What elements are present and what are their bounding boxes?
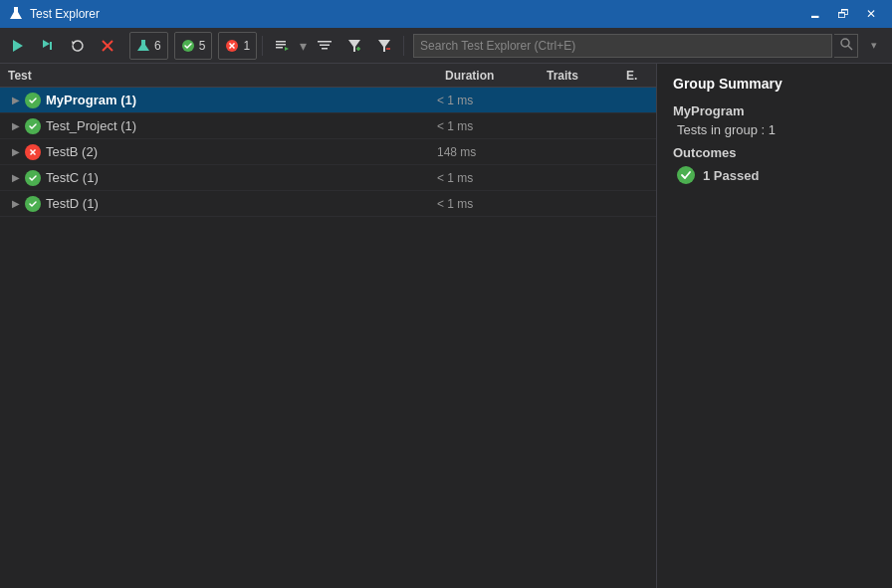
svg-line-23: [848, 46, 852, 50]
remove-filter-button[interactable]: [370, 32, 398, 60]
svg-rect-14: [318, 41, 332, 43]
table-row[interactable]: ▶ TestB (2) 148 ms: [0, 139, 656, 165]
col-header-traits: Traits: [547, 69, 626, 83]
total-count-badge: 6: [154, 39, 161, 53]
summary-outcomes-label: Outcomes: [673, 145, 876, 160]
window-title: Test Explorer: [30, 7, 100, 21]
expand-icon[interactable]: ▶: [8, 144, 24, 160]
separator-1: [262, 36, 263, 56]
sort-group-button[interactable]: [311, 32, 338, 60]
svg-rect-12: [276, 47, 283, 49]
expand-icon[interactable]: ▶: [8, 93, 24, 108]
fail-count-button[interactable]: 1: [218, 32, 257, 60]
fail-count-badge: 1: [243, 39, 250, 53]
test-duration: < 1 ms: [437, 119, 547, 133]
svg-marker-13: [285, 47, 289, 51]
close-button[interactable]: ✕: [858, 4, 884, 24]
summary-outcome-row: 1 Passed: [673, 166, 876, 184]
expand-icon[interactable]: ▶: [8, 196, 24, 212]
table-row[interactable]: ▶ Test_Project (1) < 1 ms: [0, 113, 656, 139]
main-content: Test Duration Traits E. ▶ MyProgram (1) …: [0, 64, 892, 588]
pass-count-button[interactable]: 5: [174, 32, 213, 60]
minimize-button[interactable]: 🗕: [802, 4, 828, 24]
run-selected-button[interactable]: [34, 32, 62, 60]
status-icon-pass: [24, 195, 42, 213]
add-filter-button[interactable]: [340, 32, 368, 60]
playlist-button[interactable]: [268, 32, 296, 60]
svg-rect-16: [322, 48, 328, 50]
table-row[interactable]: ▶ TestC (1) < 1 ms: [0, 165, 656, 191]
col-header-duration: Duration: [437, 69, 547, 83]
col-header-test: Test: [0, 69, 437, 83]
test-name: Test_Project (1): [46, 118, 437, 133]
summary-title: Group Summary: [673, 76, 876, 92]
svg-marker-0: [13, 40, 23, 52]
col-header-e: E.: [626, 69, 656, 83]
svg-rect-11: [276, 44, 286, 46]
separator-2: [403, 36, 404, 56]
test-duration: < 1 ms: [437, 171, 547, 185]
search-options-button[interactable]: ▾: [860, 32, 888, 60]
rerun-button[interactable]: [64, 32, 92, 60]
test-panel: Test Duration Traits E. ▶ MyProgram (1) …: [0, 64, 657, 588]
summary-group-name: MyProgram: [673, 103, 876, 118]
summary-tests-in-group: Tests in group : 1: [673, 122, 876, 137]
toolbar: 6 5 1 ▾ ▾: [0, 28, 892, 64]
summary-panel: Group Summary MyProgram Tests in group :…: [657, 64, 892, 588]
svg-point-22: [841, 39, 849, 47]
test-name: MyProgram (1): [46, 93, 437, 107]
run-all-button[interactable]: [4, 32, 32, 60]
svg-rect-10: [276, 41, 286, 43]
restore-button[interactable]: 🗗: [830, 4, 856, 24]
expand-icon[interactable]: ▶: [8, 118, 24, 134]
test-list: ▶ MyProgram (1) < 1 ms ▶: [0, 88, 656, 588]
expand-icon[interactable]: ▶: [8, 170, 24, 186]
test-duration: < 1 ms: [437, 197, 547, 211]
status-icon-fail: [24, 143, 42, 161]
test-name: TestC (1): [46, 170, 437, 185]
more-toolbar-icon: ▾: [300, 38, 307, 54]
status-icon-pass: [24, 169, 42, 187]
test-name: TestD (1): [46, 196, 437, 211]
outcome-pass-label: 1 Passed: [703, 168, 759, 183]
test-duration: 148 ms: [437, 145, 547, 159]
flask-icon: [8, 6, 24, 22]
test-name: TestB (2): [46, 144, 437, 159]
outcome-pass-icon: [677, 166, 695, 184]
column-headers: Test Duration Traits E.: [0, 64, 656, 88]
title-bar: Test Explorer 🗕 🗗 ✕: [0, 0, 892, 28]
flask-count-button[interactable]: 6: [129, 32, 168, 60]
table-row[interactable]: ▶ TestD (1) < 1 ms: [0, 191, 656, 217]
search-input[interactable]: [413, 34, 832, 58]
svg-marker-1: [43, 40, 50, 48]
cancel-button[interactable]: [94, 32, 121, 60]
table-row[interactable]: ▶ MyProgram (1) < 1 ms: [0, 88, 656, 113]
pass-count-badge: 5: [199, 39, 206, 53]
test-duration: < 1 ms: [437, 94, 547, 107]
svg-rect-15: [320, 44, 330, 46]
status-icon-pass: [24, 117, 42, 135]
status-icon-pass: [24, 92, 42, 109]
svg-marker-20: [378, 40, 390, 52]
search-button[interactable]: [834, 34, 858, 58]
